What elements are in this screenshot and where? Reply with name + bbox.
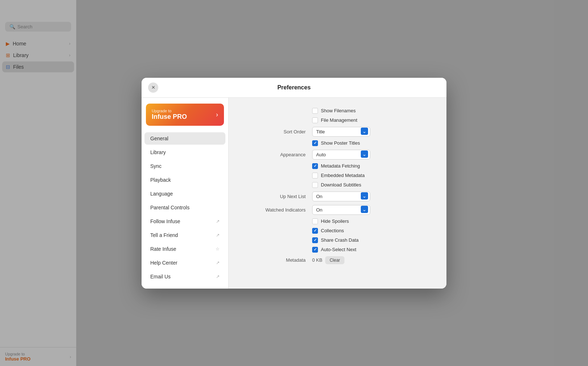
sort-order-select-wrapper[interactable]: Title Date Added Release Date Duration R… <box>312 127 370 137</box>
hide-spoilers-row: Hide Spoilers <box>312 218 432 224</box>
share-crash-data-row: Share Crash Data <box>312 237 432 243</box>
auto-select-next-checkbox[interactable] <box>312 247 318 253</box>
file-management-checkbox[interactable] <box>312 117 318 123</box>
collections-row: Collections <box>312 228 432 234</box>
appearance-label: Appearance <box>243 152 312 157</box>
share-crash-data-checkbox[interactable] <box>312 237 318 243</box>
nav-item-sync[interactable]: Sync <box>144 160 225 172</box>
up-next-list-label: Up Next List <box>243 194 312 199</box>
watched-indicators-select[interactable]: On Off <box>312 205 370 215</box>
download-subtitles-checkbox[interactable] <box>312 182 318 188</box>
auto-select-next-row: Auto-Select Next <box>312 247 432 253</box>
show-poster-titles-label: Show Poster Titles <box>321 140 360 146</box>
sort-order-select[interactable]: Title Date Added Release Date Duration R… <box>312 127 370 137</box>
metadata-fetching-row: Metadata Fetching <box>312 163 432 169</box>
upgrade-arrow-icon: › <box>216 111 218 118</box>
upgrade-line2: Infuse PRO <box>152 113 187 121</box>
nav-item-parental-controls[interactable]: Parental Controls <box>144 201 225 214</box>
show-poster-titles-checkbox[interactable] <box>312 140 318 146</box>
watched-indicators-row: Watched Indicators On Off <box>243 205 432 215</box>
file-management-row: File Management <box>312 117 432 123</box>
up-next-list-select[interactable]: On Off <box>312 192 370 201</box>
download-subtitles-label: Download Subtitles <box>321 182 361 188</box>
modal-body: Upgrade to Infuse PRO › General Library … <box>142 98 446 289</box>
appearance-select[interactable]: Auto Light Dark <box>312 150 370 160</box>
clear-button[interactable]: Clear <box>325 256 344 264</box>
sort-order-label: Sort Order <box>243 129 312 134</box>
show-filenames-row: Show Filenames <box>312 108 432 114</box>
nav-item-library[interactable]: Library <box>144 146 225 158</box>
modal-header: ✕ Preferences <box>142 78 446 98</box>
watched-indicators-label: Watched Indicators <box>243 207 312 213</box>
file-management-label: File Management <box>321 117 357 123</box>
collections-label: Collections <box>321 228 344 233</box>
embedded-metadata-label: Embedded Metadata <box>321 173 365 178</box>
show-poster-titles-row: Show Poster Titles <box>312 140 432 146</box>
watched-indicators-select-wrapper[interactable]: On Off <box>312 205 370 215</box>
embedded-metadata-row: Embedded Metadata <box>312 173 432 178</box>
rate-infuse-star-icon: ☆ <box>216 246 220 252</box>
share-crash-data-label: Share Crash Data <box>321 237 359 243</box>
modal-overlay: ✕ Preferences Upgrade to Infuse PRO › Ge… <box>0 0 588 366</box>
nav-item-rate-infuse[interactable]: Rate Infuse ☆ <box>144 243 225 255</box>
show-filenames-checkbox[interactable] <box>312 108 318 114</box>
appearance-row: Appearance Auto Light Dark <box>243 150 432 160</box>
up-next-list-select-wrapper[interactable]: On Off <box>312 192 370 201</box>
upgrade-banner[interactable]: Upgrade to Infuse PRO › <box>146 104 224 126</box>
sort-order-row: Sort Order Title Date Added Release Date… <box>243 127 432 137</box>
metadata-row: Metadata 0 KB Clear <box>243 256 432 264</box>
close-button[interactable]: ✕ <box>148 83 158 93</box>
email-us-external-icon: ↗ <box>216 274 220 279</box>
tell-a-friend-external-icon: ↗ <box>216 233 220 238</box>
modal-title: Preferences <box>277 84 311 91</box>
right-panel: Show Filenames File Management Sort Orde… <box>229 98 446 289</box>
upgrade-line1: Upgrade to <box>152 109 187 113</box>
collections-checkbox[interactable] <box>312 228 318 234</box>
preferences-modal: ✕ Preferences Upgrade to Infuse PRO › Ge… <box>142 78 446 289</box>
nav-item-tell-a-friend[interactable]: Tell a Friend ↗ <box>144 229 225 241</box>
left-panel: Upgrade to Infuse PRO › General Library … <box>142 98 229 289</box>
auto-select-next-label: Auto-Select Next <box>321 247 356 252</box>
nav-item-help-center[interactable]: Help Center ↗ <box>144 257 225 269</box>
hide-spoilers-checkbox[interactable] <box>312 218 318 224</box>
nav-item-email-us[interactable]: Email Us ↗ <box>144 270 225 283</box>
help-center-external-icon: ↗ <box>216 260 220 265</box>
show-filenames-label: Show Filenames <box>321 108 356 113</box>
nav-item-follow-infuse[interactable]: Follow Infuse ↗ <box>144 215 225 228</box>
nav-item-general[interactable]: General <box>144 132 225 145</box>
metadata-fetching-label: Metadata Fetching <box>321 163 360 169</box>
metadata-fetching-checkbox[interactable] <box>312 163 318 169</box>
nav-item-language[interactable]: Language <box>144 188 225 200</box>
embedded-metadata-checkbox[interactable] <box>312 173 318 178</box>
nav-item-playback[interactable]: Playback <box>144 174 225 186</box>
appearance-select-wrapper[interactable]: Auto Light Dark <box>312 150 370 160</box>
up-next-list-row: Up Next List On Off <box>243 192 432 201</box>
metadata-field-label: Metadata <box>243 257 312 263</box>
download-subtitles-row: Download Subtitles <box>312 182 432 188</box>
follow-infuse-external-icon: ↗ <box>216 219 220 224</box>
metadata-value: 0 KB <box>312 257 322 263</box>
hide-spoilers-label: Hide Spoilers <box>321 218 349 224</box>
